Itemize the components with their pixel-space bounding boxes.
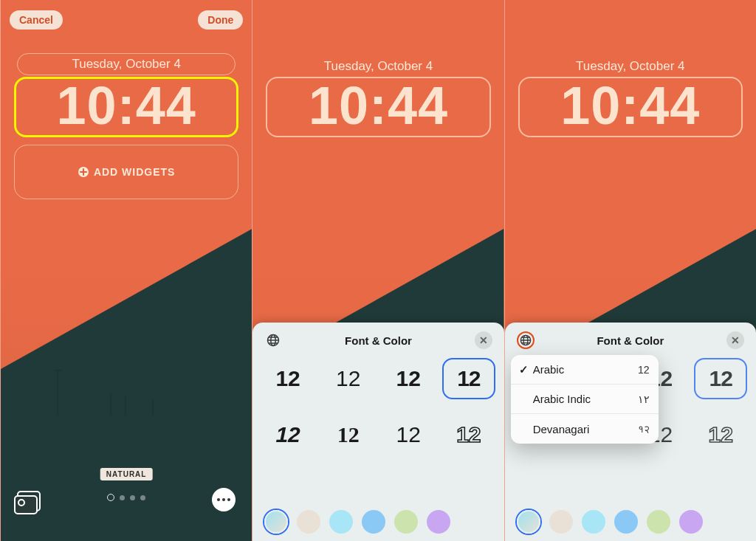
page-indicator [107, 494, 145, 501]
font-option-6[interactable]: 12 [322, 414, 375, 455]
color-swatch-4[interactable] [614, 510, 638, 534]
language-sample: १२ [638, 423, 650, 435]
add-widgets-button[interactable]: ADD WIDGETS [14, 145, 238, 199]
numeral-language-menu: ✓ Arabic 12 Arabic Indic ١٢ Devanagari १… [511, 355, 659, 444]
color-swatch-1[interactable] [264, 510, 288, 534]
clock-widget[interactable]: 10:44 [266, 77, 490, 137]
lockscreen-editor-panel-3: Tuesday, October 4 10:44 Font & Color ✕ … [504, 0, 756, 541]
language-option-arabic-indic[interactable]: Arabic Indic ١٢ [511, 385, 659, 414]
wallpaper-mode-badge: NATURAL [100, 468, 153, 480]
globe-icon-active[interactable] [517, 331, 535, 349]
language-sample: 12 [638, 364, 650, 376]
lockscreen-editor-panel-2: Tuesday, October 4 10:44 Font & Color ✕ … [252, 0, 504, 541]
language-label: Devanagari [533, 423, 590, 435]
font-option-7[interactable]: 12 [382, 414, 435, 455]
color-swatch-5[interactable] [647, 510, 670, 534]
close-icon[interactable]: ✕ [475, 331, 492, 349]
font-option-5[interactable]: 12 [261, 414, 315, 455]
more-options-button[interactable] [212, 488, 236, 511]
font-option-8[interactable]: 12 [694, 414, 747, 455]
color-swatch-5[interactable] [394, 510, 418, 534]
font-color-sheet: Font & Color ✕ 12 12 12 12 12 12 12 12 [252, 323, 504, 541]
font-option-4-selected[interactable]: 12 [694, 358, 747, 399]
time-label: 10:44 [57, 79, 196, 132]
font-picker-grid: 12 12 12 12 12 12 12 12 [261, 358, 495, 455]
font-color-sheet: Font & Color ✕ 12 12 12 12 12 12 12 12 ✓… [505, 323, 756, 541]
color-picker-row [252, 510, 504, 534]
sheet-header: Font & Color ✕ [261, 331, 495, 349]
color-swatch-2[interactable] [297, 510, 320, 534]
check-icon: ✓ [518, 363, 530, 376]
color-swatch-3[interactable] [582, 510, 605, 534]
color-swatch-4[interactable] [362, 510, 385, 534]
font-option-8[interactable]: 12 [442, 414, 495, 455]
language-option-devanagari[interactable]: Devanagari १२ [511, 414, 659, 444]
sheet-header: Font & Color ✕ [514, 331, 747, 349]
add-widgets-label: ADD WIDGETS [94, 166, 176, 178]
color-swatch-2[interactable] [549, 510, 573, 534]
date-label: Tuesday, October 4 [252, 59, 504, 74]
color-swatch-6[interactable] [427, 510, 450, 534]
globe-icon[interactable] [264, 331, 282, 349]
time-label: 10:44 [560, 79, 700, 132]
font-option-3[interactable]: 12 [382, 358, 435, 399]
cancel-button[interactable]: Cancel [10, 10, 63, 30]
clock-widget-selected[interactable]: 10:44 [14, 77, 238, 137]
language-sample: ١٢ [638, 393, 650, 405]
language-label: Arabic Indic [533, 393, 591, 405]
time-label: 10:44 [309, 79, 448, 132]
color-swatch-3[interactable] [329, 510, 353, 534]
color-swatch-1[interactable] [517, 510, 540, 534]
sheet-title: Font & Color [345, 334, 412, 347]
font-option-2[interactable]: 12 [322, 358, 375, 399]
language-label: Arabic [533, 363, 565, 376]
date-widget-slot[interactable]: Tuesday, October 4 [17, 53, 236, 75]
color-picker-row [505, 510, 756, 534]
color-swatch-6[interactable] [679, 510, 703, 534]
close-icon[interactable]: ✕ [726, 331, 744, 349]
lockscreen-editor-panel-1: Cancel Done Tuesday, October 4 10:44 ADD… [0, 0, 252, 541]
photos-icon[interactable] [17, 491, 41, 511]
font-option-4-selected[interactable]: 12 [442, 358, 495, 399]
font-option-1[interactable]: 12 [261, 358, 315, 399]
wallpaper-detail [57, 370, 58, 416]
done-button[interactable]: Done [198, 10, 243, 30]
clock-widget[interactable]: 10:44 [518, 77, 743, 137]
plus-circle-icon [78, 166, 89, 178]
date-label: Tuesday, October 4 [72, 57, 180, 72]
language-option-arabic[interactable]: ✓ Arabic 12 [511, 355, 659, 385]
sheet-title: Font & Color [597, 334, 664, 347]
date-label: Tuesday, October 4 [505, 59, 756, 74]
